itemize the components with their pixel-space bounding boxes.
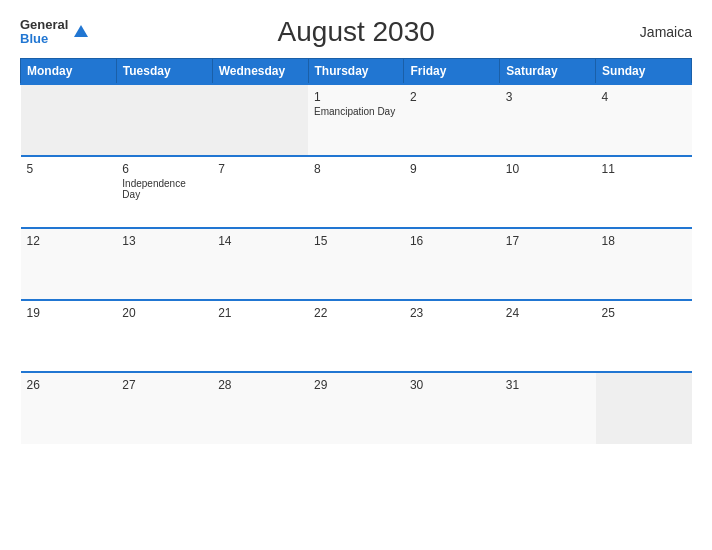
calendar-cell: 26 (21, 372, 117, 444)
day-number: 17 (506, 234, 590, 248)
day-number: 20 (122, 306, 206, 320)
logo-general-text: General (20, 18, 68, 32)
day-number: 3 (506, 90, 590, 104)
day-number: 14 (218, 234, 302, 248)
day-number: 4 (602, 90, 686, 104)
svg-marker-0 (74, 25, 88, 37)
calendar-cell: 18 (596, 228, 692, 300)
calendar-cell: 16 (404, 228, 500, 300)
calendar-header: General Blue August 2030 Jamaica (20, 16, 692, 48)
weekday-header-tuesday: Tuesday (116, 59, 212, 85)
calendar-cell: 25 (596, 300, 692, 372)
day-number: 11 (602, 162, 686, 176)
calendar-cell: 11 (596, 156, 692, 228)
calendar-row: 19202122232425 (21, 300, 692, 372)
event-label: Independence Day (122, 178, 206, 200)
day-number: 5 (27, 162, 111, 176)
day-number: 28 (218, 378, 302, 392)
day-number: 12 (27, 234, 111, 248)
logo: General Blue (20, 18, 90, 47)
day-number: 29 (314, 378, 398, 392)
day-number: 16 (410, 234, 494, 248)
event-label: Emancipation Day (314, 106, 398, 117)
day-number: 19 (27, 306, 111, 320)
day-number: 9 (410, 162, 494, 176)
calendar-cell: 6Independence Day (116, 156, 212, 228)
weekday-header-wednesday: Wednesday (212, 59, 308, 85)
calendar-table: MondayTuesdayWednesdayThursdayFridaySatu… (20, 58, 692, 444)
calendar-row: 56Independence Day7891011 (21, 156, 692, 228)
calendar-cell: 13 (116, 228, 212, 300)
calendar-cell: 20 (116, 300, 212, 372)
day-number: 1 (314, 90, 398, 104)
calendar-cell: 12 (21, 228, 117, 300)
day-number: 13 (122, 234, 206, 248)
calendar-cell: 29 (308, 372, 404, 444)
calendar-cell: 10 (500, 156, 596, 228)
day-number: 27 (122, 378, 206, 392)
calendar-cell: 4 (596, 84, 692, 156)
calendar-row: 12131415161718 (21, 228, 692, 300)
weekday-header-monday: Monday (21, 59, 117, 85)
day-number: 23 (410, 306, 494, 320)
logo-blue-text: Blue (20, 32, 68, 46)
weekday-header-row: MondayTuesdayWednesdayThursdayFridaySatu… (21, 59, 692, 85)
calendar-page: General Blue August 2030 Jamaica MondayT… (0, 0, 712, 550)
day-number: 10 (506, 162, 590, 176)
day-number: 30 (410, 378, 494, 392)
calendar-cell (596, 372, 692, 444)
day-number: 18 (602, 234, 686, 248)
calendar-cell: 22 (308, 300, 404, 372)
day-number: 15 (314, 234, 398, 248)
calendar-cell: 9 (404, 156, 500, 228)
calendar-cell: 3 (500, 84, 596, 156)
calendar-row: 262728293031 (21, 372, 692, 444)
calendar-cell (212, 84, 308, 156)
calendar-cell: 30 (404, 372, 500, 444)
calendar-title: August 2030 (90, 16, 622, 48)
calendar-cell: 1Emancipation Day (308, 84, 404, 156)
day-number: 22 (314, 306, 398, 320)
weekday-header-saturday: Saturday (500, 59, 596, 85)
calendar-cell: 15 (308, 228, 404, 300)
day-number: 6 (122, 162, 206, 176)
calendar-cell: 28 (212, 372, 308, 444)
weekday-header-sunday: Sunday (596, 59, 692, 85)
calendar-cell (116, 84, 212, 156)
day-number: 25 (602, 306, 686, 320)
calendar-cell: 31 (500, 372, 596, 444)
calendar-cell: 2 (404, 84, 500, 156)
logo-icon (72, 23, 90, 41)
calendar-cell: 24 (500, 300, 596, 372)
calendar-cell (21, 84, 117, 156)
weekday-header-friday: Friday (404, 59, 500, 85)
day-number: 26 (27, 378, 111, 392)
day-number: 7 (218, 162, 302, 176)
calendar-cell: 8 (308, 156, 404, 228)
calendar-cell: 14 (212, 228, 308, 300)
day-number: 2 (410, 90, 494, 104)
calendar-row: 1Emancipation Day234 (21, 84, 692, 156)
day-number: 8 (314, 162, 398, 176)
country-label: Jamaica (622, 24, 692, 40)
weekday-header-thursday: Thursday (308, 59, 404, 85)
calendar-cell: 5 (21, 156, 117, 228)
day-number: 24 (506, 306, 590, 320)
calendar-cell: 21 (212, 300, 308, 372)
calendar-cell: 19 (21, 300, 117, 372)
calendar-cell: 27 (116, 372, 212, 444)
calendar-cell: 7 (212, 156, 308, 228)
day-number: 21 (218, 306, 302, 320)
calendar-cell: 23 (404, 300, 500, 372)
day-number: 31 (506, 378, 590, 392)
calendar-cell: 17 (500, 228, 596, 300)
